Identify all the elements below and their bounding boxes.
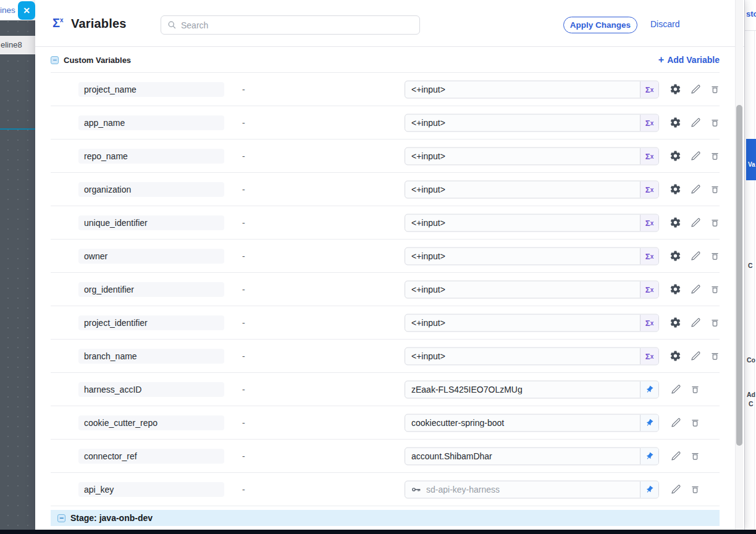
variable-separator: - xyxy=(242,118,245,128)
expression-input-icon[interactable]: Σx xyxy=(640,281,658,298)
variable-value-input[interactable]: account.ShibamDhar Σx xyxy=(405,447,659,465)
expression-input-icon[interactable]: Σx xyxy=(640,114,658,131)
breadcrumb[interactable]: ines xyxy=(0,6,15,15)
delete-icon[interactable] xyxy=(689,450,701,462)
variable-separator: - xyxy=(242,485,245,494)
variable-value-input[interactable]: <+input> Σx xyxy=(405,280,659,298)
settings-icon[interactable] xyxy=(670,117,681,128)
edit-icon[interactable] xyxy=(670,450,681,462)
expression-input-icon[interactable]: Σx xyxy=(640,314,658,331)
history-link[interactable]: stor xyxy=(746,9,756,19)
variable-value-input[interactable]: zEaak-FLS425IEO7OLzMUg Σx xyxy=(405,380,659,398)
variable-value-input[interactable]: cookiecutter-spring-boot Σx xyxy=(405,414,659,432)
discard-button[interactable]: Discard xyxy=(650,19,679,29)
variable-value-input[interactable]: <+input> Σx xyxy=(405,247,659,265)
pin-icon[interactable] xyxy=(640,381,658,398)
search-icon xyxy=(167,20,177,30)
variable-value-input[interactable]: <+input> Σx xyxy=(405,114,659,131)
scrollbar-thumb[interactable] xyxy=(736,105,742,446)
settings-icon[interactable] xyxy=(670,83,681,95)
delete-icon[interactable] xyxy=(689,483,701,495)
add-variable-button[interactable]: + Add Variable xyxy=(658,54,720,65)
expression-input-icon[interactable]: Σx xyxy=(640,81,658,98)
delete-icon[interactable] xyxy=(709,317,721,328)
apply-changes-button[interactable]: Apply Changes xyxy=(563,17,637,33)
delete-icon[interactable] xyxy=(709,250,721,262)
variable-separator: - xyxy=(242,85,245,94)
delete-icon[interactable] xyxy=(709,150,721,162)
delete-icon[interactable] xyxy=(689,417,701,428)
search-box xyxy=(161,15,420,35)
variable-separator: - xyxy=(242,185,245,194)
variable-value-input[interactable]: <+input> Σx xyxy=(405,80,659,98)
variable-value-input[interactable]: sd-api-key-harness Σx xyxy=(405,480,659,498)
drawer-scrollbar[interactable] xyxy=(735,0,743,530)
variable-value-text: cookiecutter-spring-boot xyxy=(405,418,640,428)
variable-separator: - xyxy=(242,218,245,228)
collapse-icon[interactable]: − xyxy=(51,56,59,64)
settings-icon[interactable] xyxy=(670,150,681,162)
edit-icon[interactable] xyxy=(689,217,701,228)
pin-icon[interactable] xyxy=(640,448,658,464)
edit-icon[interactable] xyxy=(670,417,681,428)
settings-icon[interactable] xyxy=(670,350,681,362)
delete-icon[interactable] xyxy=(709,283,721,295)
row-actions xyxy=(670,273,721,306)
variable-separator: - xyxy=(242,418,245,428)
settings-icon[interactable] xyxy=(670,283,681,295)
edit-icon[interactable] xyxy=(689,83,701,95)
drawer-body: − Custom Variables + Add Variable projec… xyxy=(35,48,744,530)
variable-value-input[interactable]: <+input> Σx xyxy=(405,147,659,165)
edit-icon[interactable] xyxy=(689,117,701,128)
expression-input-icon[interactable]: Σx xyxy=(640,148,658,164)
edit-icon[interactable] xyxy=(670,483,681,495)
expression-input-icon[interactable]: Σx xyxy=(640,181,658,198)
table-row: branch_name - <+input> Σx xyxy=(51,340,720,373)
variable-separator: - xyxy=(242,385,245,394)
settings-icon[interactable] xyxy=(670,217,681,228)
delete-icon[interactable] xyxy=(709,350,721,362)
variable-value-input[interactable]: <+input> Σx xyxy=(405,214,659,232)
delete-icon[interactable] xyxy=(709,183,721,195)
pipeline-tab[interactable]: eline8 xyxy=(0,36,35,54)
edit-icon[interactable] xyxy=(689,250,701,262)
variable-name: project_identifier xyxy=(78,315,224,330)
edit-icon[interactable] xyxy=(670,383,681,395)
rail-label[interactable]: Ad xyxy=(747,391,755,398)
rail-label[interactable]: C xyxy=(748,262,753,269)
variable-value-input[interactable]: <+input> Σx xyxy=(405,180,659,198)
expression-input-icon[interactable]: Σx xyxy=(640,248,658,264)
edit-icon[interactable] xyxy=(689,150,701,162)
expression-input-icon[interactable]: Σx xyxy=(640,214,658,231)
delete-icon[interactable] xyxy=(689,383,701,395)
key-icon xyxy=(411,484,421,494)
variable-value-input[interactable]: <+input> Σx xyxy=(405,314,659,332)
rail-label[interactable]: C xyxy=(749,400,754,407)
edit-icon[interactable] xyxy=(689,350,701,362)
rail-label[interactable]: Co xyxy=(747,356,755,364)
table-row: cookie_cutter_repo - cookiecutter-spring… xyxy=(51,406,720,440)
variable-separator: - xyxy=(242,318,245,328)
expression-input-icon[interactable]: Σx xyxy=(640,348,658,364)
collapse-icon[interactable]: − xyxy=(57,514,65,522)
delete-icon[interactable] xyxy=(709,217,721,228)
pin-icon[interactable] xyxy=(640,414,658,431)
edit-icon[interactable] xyxy=(689,283,701,295)
search-input[interactable] xyxy=(181,20,419,30)
pipeline-canvas-background: ines eline8 xyxy=(0,0,35,534)
delete-icon[interactable] xyxy=(709,117,721,128)
edit-icon[interactable] xyxy=(689,183,701,195)
edit-icon[interactable] xyxy=(689,317,701,328)
variable-value-input[interactable]: <+input> Σx xyxy=(405,347,659,365)
delete-icon[interactable] xyxy=(709,83,721,95)
settings-icon[interactable] xyxy=(670,183,681,195)
rail-tab-variables[interactable]: Va xyxy=(746,139,756,180)
variable-value-text: <+input> xyxy=(405,251,640,261)
close-icon[interactable]: ✕ xyxy=(18,1,35,20)
settings-icon[interactable] xyxy=(670,317,681,328)
settings-icon[interactable] xyxy=(670,250,681,262)
table-row: harness_accID - zEaak-FLS425IEO7OLzMUg Σ… xyxy=(51,373,720,406)
pin-icon[interactable] xyxy=(640,481,658,498)
variable-name: unique_identifier xyxy=(78,215,224,230)
page-title: Variables xyxy=(71,17,127,31)
